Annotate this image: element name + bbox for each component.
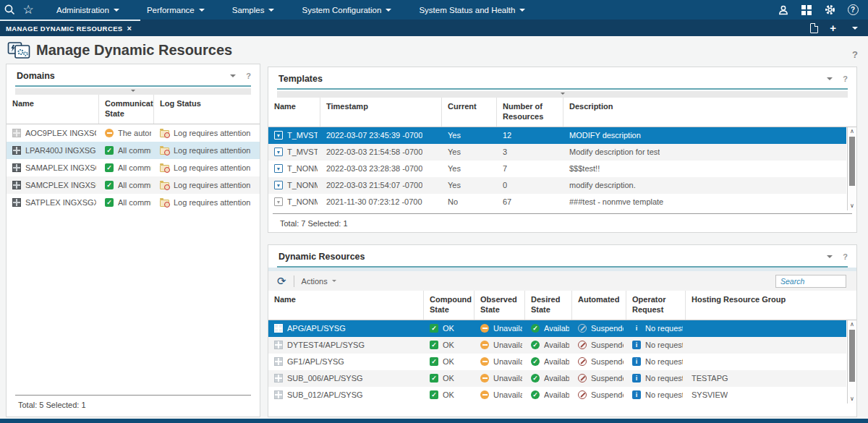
cell-resource-name: SUB_006/APL/SYSG <box>268 370 424 387</box>
menu-administration[interactable]: Administration <box>56 6 119 14</box>
app-grid-icon[interactable] <box>797 0 816 20</box>
search-input[interactable] <box>775 275 846 288</box>
available-icon <box>531 324 540 333</box>
templates-panel-header: Templates ? <box>268 67 856 88</box>
actions-dropdown[interactable]: Actions <box>302 277 336 286</box>
panel-help-icon[interactable]: ? <box>843 252 848 261</box>
column-header-name[interactable]: Name <box>268 98 320 127</box>
tab-manage-dynamic-resources[interactable]: MANAGE DYNAMIC RESOURCES × <box>0 20 140 36</box>
column-header-timestamp[interactable]: Timestamp <box>320 98 442 127</box>
unavailable-icon <box>480 324 489 333</box>
settings-gear-icon[interactable] <box>820 0 839 20</box>
scrollbar-thumb[interactable] <box>849 137 855 186</box>
help-icon[interactable]: ? <box>843 0 862 20</box>
new-page-icon[interactable] <box>810 23 818 33</box>
search-icon[interactable] <box>0 0 19 20</box>
cell-desired-state: Available <box>525 370 572 387</box>
table-row[interactable]: T_MVSTST22022-03-03 21:54:58 -0700Yes3Mo… <box>268 144 846 161</box>
domains-table-body: AOC9PLEX INGXSGA9The automatiLog require… <box>7 124 260 211</box>
panel-menu-icon[interactable] <box>827 255 833 258</box>
page-content: Manage Dynamic Resources ? Domains ? Nam… <box>0 36 868 419</box>
filter-collapse-bar[interactable] <box>277 91 848 98</box>
warning-icon <box>105 129 114 137</box>
column-header-operator-request[interactable]: Operator Request <box>626 291 686 320</box>
chevron-down-icon <box>131 90 135 92</box>
chevron-down-icon <box>199 9 205 12</box>
divider <box>294 275 294 287</box>
menu-performance[interactable]: Performance <box>147 6 205 14</box>
cell-hosting-resource-group: TESTAPG <box>686 370 830 387</box>
table-row[interactable]: SAMCPLEX INGXSGXCAll communicLog require… <box>7 176 260 194</box>
scroll-up-icon[interactable]: ∧ <box>848 320 856 329</box>
cell-domain-name: SATPLEX INGXSGX0 <box>7 194 99 211</box>
domain-icon <box>12 198 21 207</box>
menu-system-configuration[interactable]: System Configuration <box>302 6 391 14</box>
domain-icon <box>12 181 21 189</box>
table-row[interactable]: T_NONMVS2021-11-30 07:23:12 -0700No67###… <box>268 194 846 210</box>
unavailable-icon <box>480 374 489 383</box>
panel-help-icon[interactable]: ? <box>843 74 848 83</box>
panel-menu-icon[interactable] <box>230 74 236 77</box>
column-header-hosting-resource-group[interactable]: Hosting Resource Group <box>686 291 830 320</box>
scroll-down-icon[interactable]: ∨ <box>848 202 856 210</box>
column-header-communication-state[interactable]: Communication State <box>99 95 154 124</box>
column-header-name[interactable]: Name <box>268 291 424 320</box>
column-header-desired-state[interactable]: Desired State <box>525 291 572 320</box>
table-row[interactable]: AOC9PLEX INGXSGA9The automatiLog require… <box>7 124 260 142</box>
cell-communication-state: The automati <box>99 124 154 142</box>
resource-icon <box>274 324 283 333</box>
column-header-description[interactable]: Description <box>563 98 831 127</box>
refresh-icon[interactable]: ⟳ <box>277 275 286 286</box>
panel-help-icon[interactable]: ? <box>246 72 251 80</box>
ok-icon <box>105 163 114 172</box>
panel-title: Dynamic Resources <box>278 252 365 262</box>
chevron-down-icon <box>561 93 565 95</box>
favorites-star-icon[interactable]: ☆ <box>19 0 38 20</box>
filter-collapse-bar[interactable] <box>15 88 251 95</box>
column-header-log-status[interactable]: Log Status <box>154 95 255 124</box>
log-warning-folder-icon <box>160 130 169 137</box>
panel-menu-icon[interactable] <box>827 77 833 80</box>
top-navigation-bar: ☆ Administration Performance Samples Sys… <box>0 0 868 20</box>
domains-panel-header: Domains ? <box>7 64 260 85</box>
column-header-number-of-resources[interactable]: Number of Resources <box>497 98 563 127</box>
cell-timestamp: 2022-03-03 21:54:58 -0700 <box>320 144 442 161</box>
resource-icon <box>274 341 283 349</box>
resources-toolbar: ⟳ Actions <box>268 271 856 291</box>
vertical-scrollbar[interactable]: ∧ ∨ <box>847 320 856 403</box>
column-header-current[interactable]: Current <box>442 98 497 127</box>
close-icon[interactable]: × <box>127 25 132 33</box>
cell-log-status: Log requires attention <box>154 194 255 211</box>
scroll-down-icon[interactable]: ∨ <box>848 395 856 403</box>
table-row[interactable]: GF1/APL/SYSGOKUnavailableAvailableSuspen… <box>268 354 846 370</box>
table-row[interactable]: T_NONMVS12022-03-03 23:28:38 -0700Yes7$$… <box>268 161 846 177</box>
table-row[interactable]: SAMAPLEX INGXSGXAAll communicLog require… <box>7 159 260 176</box>
add-tab-icon[interactable]: + <box>830 22 836 33</box>
table-row[interactable]: T_NONMVS22022-03-03 21:54:07 -0700Yes0mo… <box>268 177 846 194</box>
menu-samples[interactable]: Samples <box>232 6 275 14</box>
table-row[interactable]: LPAR400J INGXSGSAAll communicLog require… <box>7 142 260 159</box>
column-header-name[interactable]: Name <box>7 95 99 124</box>
cell-template-name: T_NONMVS2 <box>268 177 320 194</box>
table-row[interactable]: SATPLEX INGXSGX0All communicLog requires… <box>7 194 260 211</box>
column-header-automated[interactable]: Automated <box>572 291 626 320</box>
column-header-compound-state[interactable]: Compound State <box>424 291 475 320</box>
table-row[interactable]: SUB_006/APL/SYSGOKUnavailableAvailableSu… <box>268 370 846 387</box>
log-warning-folder-icon <box>160 148 169 155</box>
suspended-icon <box>578 390 587 399</box>
tab-list-dropdown-icon[interactable] <box>852 27 858 30</box>
cell-current: No <box>442 194 497 210</box>
user-icon[interactable] <box>774 0 793 20</box>
vertical-scrollbar[interactable]: ∧ ∨ <box>847 127 856 210</box>
page-help-icon[interactable]: ? <box>852 49 858 60</box>
domains-table-header: Name Communication State Log Status <box>7 95 260 124</box>
scroll-up-icon[interactable]: ∧ <box>848 127 856 136</box>
table-row[interactable]: SUB_012/APL/SYSGOKUnavailableAvailableSu… <box>268 387 846 403</box>
cell-compound-state: OK <box>424 370 475 387</box>
table-row[interactable]: APG/APL/SYSGOKUnavailableAvailableSuspen… <box>268 320 846 337</box>
scrollbar-thumb[interactable] <box>849 330 855 382</box>
column-header-observed-state[interactable]: Observed State <box>475 291 525 320</box>
menu-system-status-health[interactable]: System Status and Health <box>419 6 525 14</box>
table-row[interactable]: DYTEST4/APL/SYSGOKUnavailableAvailableSu… <box>268 337 846 354</box>
table-row[interactable]: T_MVSTEST2022-03-07 23:45:39 -0700Yes12M… <box>268 127 846 144</box>
